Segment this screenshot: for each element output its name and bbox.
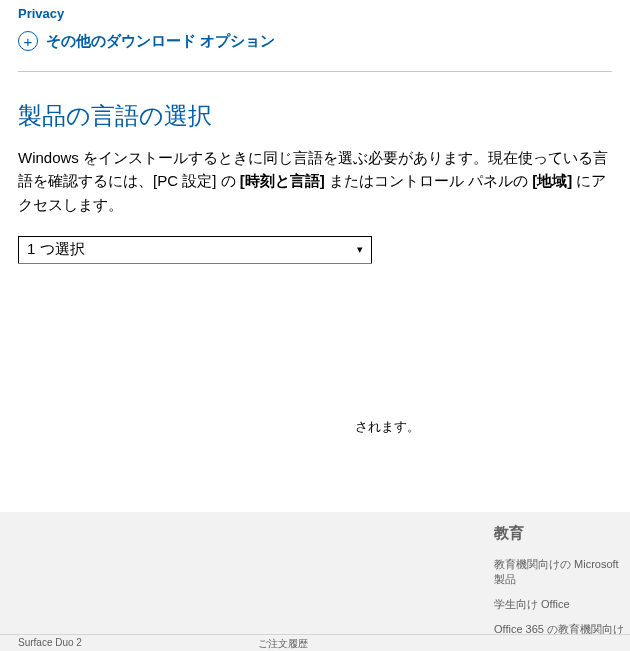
language-dropdown: ノルウェー語ハンガリー語フィンランド語フランス語フランス語 (カナダ)ブルガリア…	[18, 263, 372, 264]
plus-circle-icon: +	[18, 31, 38, 51]
language-select[interactable]: 1 つ選択 ▾	[18, 236, 372, 264]
page-title: 製品の言語の選択	[18, 100, 612, 132]
other-download-options[interactable]: + その他のダウンロード オプション	[18, 31, 612, 72]
expand-label: その他のダウンロード オプション	[46, 32, 275, 51]
chevron-down-icon: ▾	[357, 243, 363, 256]
privacy-link[interactable]: Privacy	[18, 0, 64, 31]
select-value: 1 つ選択	[27, 240, 85, 259]
description: Windows をインストールするときに同じ言語を選ぶ必要があります。現在使って…	[18, 146, 612, 216]
